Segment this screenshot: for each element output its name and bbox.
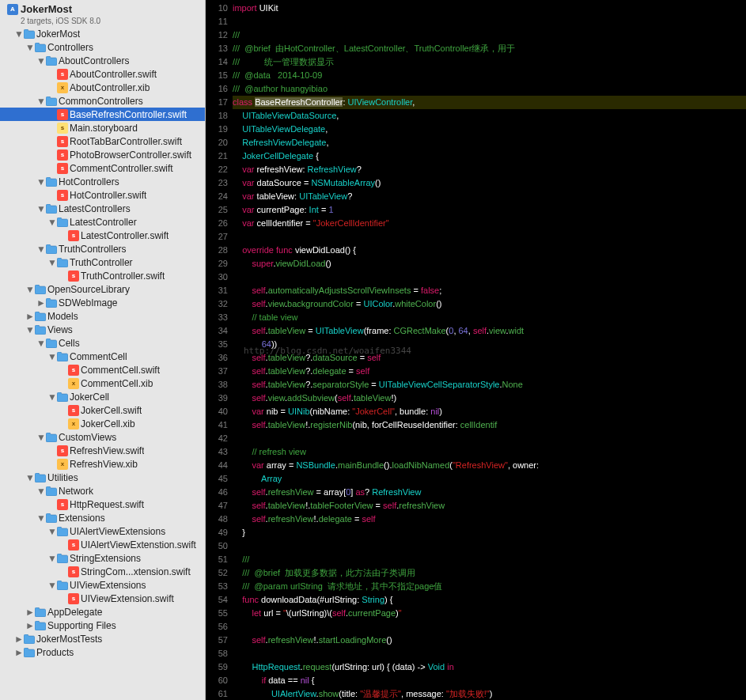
disclosure-triangle-icon[interactable]: ▼ (36, 55, 44, 66)
disclosure-triangle-icon[interactable]: ▼ (36, 513, 44, 524)
code-line[interactable] (233, 230, 746, 244)
file-httprequest-swift[interactable]: sHttpRequest.swift (0, 498, 205, 511)
disclosure-triangle-icon[interactable]: ▼ (14, 28, 22, 40)
group-utilities[interactable]: ▼Utilities (0, 471, 205, 484)
code-line[interactable]: self.tableView!.registerNib(nib, forCell… (233, 418, 746, 432)
file-aboutcontroller-xib[interactable]: xAboutController.xib (0, 81, 205, 94)
code-line[interactable]: func downloadData(#urlString: String) { (233, 593, 746, 607)
code-line[interactable]: self.tableView!.tableFooterView = self.r… (233, 499, 746, 513)
code-line[interactable]: var nib = UINib(nibName: "JokerCell", bu… (233, 405, 746, 418)
disclosure-triangle-icon[interactable]: ► (25, 607, 33, 618)
code-line[interactable]: self.view.backgroundColor = UIColor.whit… (233, 297, 746, 311)
code-line[interactable] (233, 15, 746, 28)
code-line[interactable]: self.tableView?.separatorStyle = UITable… (233, 378, 746, 392)
group-jokermosttests[interactable]: ►JokerMostTests (0, 632, 205, 645)
group-supportingfiles[interactable]: ►Supporting Files (0, 619, 205, 632)
code-line[interactable] (233, 620, 746, 634)
code-line[interactable]: 64)) (233, 338, 746, 351)
code-line[interactable]: } (233, 526, 746, 539)
code-line[interactable] (233, 432, 746, 445)
group-commentcell[interactable]: ▼CommentCell (0, 350, 205, 363)
code-line[interactable]: self.tableView = UITableView(frame: CGRe… (233, 324, 746, 338)
code-line[interactable]: self.refreshView!.startLoadingMore() (233, 634, 746, 647)
disclosure-triangle-icon[interactable]: ▼ (25, 472, 33, 483)
disclosure-triangle-icon[interactable]: ▼ (25, 324, 33, 335)
group-aboutcontrollers[interactable]: ▼AboutControllers (0, 54, 205, 67)
disclosure-triangle-icon[interactable]: ▼ (47, 257, 55, 268)
group-models[interactable]: ►Models (0, 309, 205, 323)
group-jokercell[interactable]: ▼JokerCell (0, 390, 205, 403)
code-line[interactable]: /// @author huangyibiao (233, 82, 746, 96)
code-line[interactable]: var refreshView: RefreshView? (233, 163, 746, 176)
group-products[interactable]: ►Products (0, 645, 205, 659)
group-truthcontroller[interactable]: ▼TruthController (0, 255, 205, 269)
file-aboutcontroller-swift[interactable]: sAboutController.swift (0, 67, 205, 81)
code-line[interactable]: /// @data 2014-10-09 (233, 69, 746, 82)
file-latestcontroller-swift[interactable]: sLatestController.swift (0, 229, 205, 242)
code-line[interactable]: self.refreshView = array[0] as? RefreshV… (233, 486, 746, 499)
code-line[interactable]: super.viewDidLoad() (233, 257, 746, 271)
code-line[interactable]: /// 统一管理数据显示 (233, 55, 746, 69)
group-latestcontrollers[interactable]: ▼LatestControllers (0, 202, 205, 215)
code-line[interactable]: // table view (233, 311, 746, 324)
code-line[interactable]: var tableView: UITableView? (233, 190, 746, 203)
code-line[interactable]: self.tableView?.delegate = self (233, 365, 746, 378)
group-hotcontrollers[interactable]: ▼HotControllers (0, 175, 205, 188)
group-extensions[interactable]: ▼Extensions (0, 511, 205, 524)
code-line[interactable]: self.refreshView!.delegate = self (233, 513, 746, 526)
disclosure-triangle-icon[interactable]: ▼ (36, 486, 44, 497)
group-customviews[interactable]: ▼CustomViews (0, 430, 205, 444)
code-line[interactable] (233, 539, 746, 553)
file-jokercell-swift[interactable]: sJokerCell.swift (0, 403, 205, 417)
disclosure-triangle-icon[interactable]: ► (25, 620, 33, 631)
group-stringextensions[interactable]: ▼StringExtensions (0, 551, 205, 565)
group-commoncontrollers[interactable]: ▼CommonControllers (0, 94, 205, 108)
disclosure-triangle-icon[interactable]: ▼ (47, 580, 55, 591)
disclosure-triangle-icon[interactable]: ► (36, 297, 44, 308)
code-line[interactable]: /// (233, 553, 746, 566)
disclosure-triangle-icon[interactable]: ▼ (25, 42, 33, 53)
file-photobrowsercontroller-swift[interactable]: sPhotoBrowserController.swift (0, 148, 205, 161)
file-commentcell-swift[interactable]: sCommentCell.swift (0, 363, 205, 376)
code-line[interactable]: if data == nil { (233, 674, 746, 687)
disclosure-triangle-icon[interactable]: ► (25, 311, 33, 322)
code-line[interactable]: // refresh view (233, 445, 746, 459)
group-truthcontrollers[interactable]: ▼TruthControllers (0, 242, 205, 255)
code-editor[interactable]: 1011121314151617181920212223242526272829… (206, 0, 746, 700)
group-controllers[interactable]: ▼Controllers (0, 40, 205, 54)
disclosure-triangle-icon[interactable]: ▼ (36, 176, 44, 187)
code-line[interactable]: var dataSource = NSMutableArray() (233, 176, 746, 190)
file-refreshview-swift[interactable]: sRefreshView.swift (0, 444, 205, 457)
disclosure-triangle-icon[interactable]: ▼ (47, 392, 55, 403)
disclosure-triangle-icon[interactable]: ▼ (36, 203, 44, 214)
disclosure-triangle-icon[interactable]: ▼ (36, 338, 44, 349)
file-commentcell-xib[interactable]: xCommentCell.xib (0, 376, 205, 390)
disclosure-triangle-icon[interactable]: ▼ (47, 553, 55, 564)
file-refreshview-xib[interactable]: xRefreshView.xib (0, 457, 205, 471)
file-roottabbarcontroller-swift[interactable]: sRootTabBarController.swift (0, 134, 205, 148)
code-line[interactable]: JokerCellDelegate { (233, 149, 746, 163)
group-network[interactable]: ▼Network (0, 484, 205, 498)
code-line[interactable]: override func viewDidLoad() { (233, 244, 746, 257)
code-line[interactable]: /// (233, 28, 746, 42)
code-line[interactable]: Array (233, 472, 746, 486)
group-sdwebimage[interactable]: ►SDWebImage (0, 296, 205, 309)
code-line[interactable]: /// @brief 由HotController、LatestControll… (233, 42, 746, 55)
code-line[interactable]: import UIKit (233, 2, 746, 15)
file-stringcomxtension-swift[interactable]: sStringCom...xtension.swift (0, 565, 205, 578)
file-truthcontroller-swift[interactable]: sTruthController.swift (0, 269, 205, 282)
group-uialertviewextensions[interactable]: ▼UIAlertViewExtensions (0, 524, 205, 538)
file-main-storyboard[interactable]: sMain.storyboard (0, 121, 205, 134)
project-header[interactable]: A JokerMost (0, 0, 205, 18)
group-jokermost[interactable]: ▼JokerMost (0, 27, 205, 40)
file-commentcontroller-swift[interactable]: sCommentController.swift (0, 161, 205, 175)
file-baserefreshcontroller-swift[interactable]: sBaseRefreshController.swift (0, 108, 205, 121)
disclosure-triangle-icon[interactable]: ▼ (47, 526, 55, 537)
disclosure-triangle-icon[interactable]: ▼ (25, 284, 33, 295)
code-line[interactable]: self.automaticallyAdjustsScrollViewInset… (233, 284, 746, 297)
disclosure-triangle-icon[interactable]: ▼ (36, 432, 44, 443)
group-uiviewextensions[interactable]: ▼UIViewExtensions (0, 578, 205, 592)
group-appdelegate[interactable]: ►AppDelegate (0, 605, 205, 619)
disclosure-triangle-icon[interactable]: ► (14, 634, 22, 645)
group-views[interactable]: ▼Views (0, 323, 205, 336)
